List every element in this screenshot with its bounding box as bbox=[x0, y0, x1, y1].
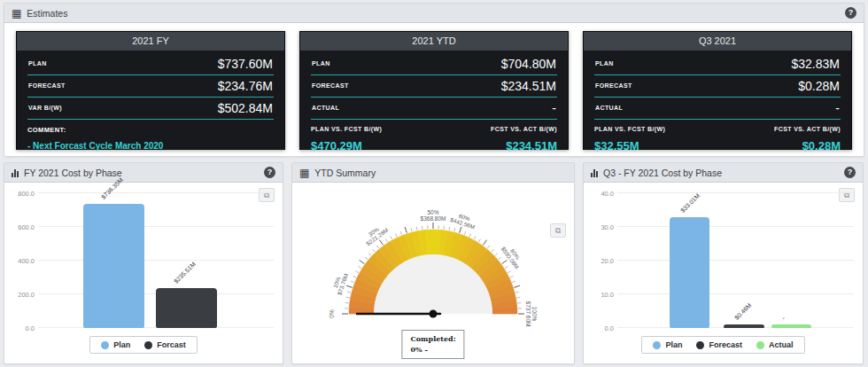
y-tick-label: 30.0 bbox=[601, 223, 614, 231]
y-tick-label: 0.0 bbox=[26, 324, 35, 332]
help-icon[interactable]: ? bbox=[844, 167, 856, 178]
row-forecast: FORECAST $234.76M bbox=[27, 75, 274, 98]
row-label: PLAN bbox=[28, 60, 47, 66]
panel-2021-ytd: 2021 YTD PLAN $704.80M FORECAST $234.51M… bbox=[299, 31, 569, 150]
legend-item-plan[interactable]: Plan bbox=[653, 340, 682, 349]
panel-2021-fy: 2021 FY PLAN $737.60M FORECAST $234.76M … bbox=[16, 31, 285, 150]
row-value: $502.84M bbox=[218, 101, 273, 115]
footer-label: FCST VS. ACT B/(W) bbox=[491, 126, 557, 132]
legend: PlanForcast bbox=[89, 336, 198, 354]
legend-label: Forcast bbox=[157, 340, 186, 349]
bar-chart: 0.0200.0400.0600.0800.0 $736.35M$235.51M bbox=[4, 183, 283, 328]
bar-forecast[interactable] bbox=[724, 324, 763, 328]
chart-header: ▦ YTD Summary bbox=[292, 163, 574, 183]
panel-title: 2021 FY bbox=[17, 32, 284, 51]
y-tick-label: 600.0 bbox=[18, 223, 35, 231]
legend-item-plan[interactable]: Plan bbox=[101, 340, 130, 349]
legend-item-forcast[interactable]: Forcast bbox=[144, 340, 186, 349]
panel-q3-2021: Q3 2021 PLAN $32.83M FORECAST $0.28M ACT… bbox=[583, 31, 852, 150]
plot-area: $736.35M$235.51M bbox=[38, 193, 274, 328]
bar-chart: 0.010.020.030.040.0 $33.01M$0.46M- bbox=[584, 183, 863, 328]
panel-title: Q3 2021 bbox=[584, 32, 851, 51]
legend-item-forecast[interactable]: Forecast bbox=[696, 340, 742, 349]
chart-title: FY 2021 Cost by Phase bbox=[24, 168, 122, 178]
footer-label: PLAN VS. FCST B/(W) bbox=[311, 126, 382, 132]
row-label: FORECAST bbox=[312, 82, 349, 89]
row-plan: PLAN $737.60M bbox=[27, 53, 274, 75]
y-tick-label: 20.0 bbox=[601, 257, 614, 265]
legend-dot-icon bbox=[696, 341, 704, 349]
row-value: $32.83M bbox=[792, 57, 840, 71]
row-value: $234.76M bbox=[218, 79, 273, 93]
chart-header: FY 2021 Cost by Phase ? bbox=[4, 163, 283, 183]
svg-text:0%: 0% bbox=[329, 309, 335, 318]
footer-label: FCST VS. ACT B/(W) bbox=[774, 126, 841, 132]
bar-value-label: $235.51M bbox=[173, 261, 197, 285]
gauge-dial: 0%10%$73.76M30%$221.28M50%$368.80M60%$44… bbox=[300, 191, 566, 326]
plot-area: $33.01M$0.46M- bbox=[617, 193, 854, 328]
row-label: VAR B/(W) bbox=[28, 105, 62, 111]
chart-title: Q3 - FY 2021 Cost by Phase bbox=[603, 168, 722, 178]
y-tick-label: 200.0 bbox=[18, 291, 35, 299]
estimates-panels-row: 2021 FY PLAN $737.60M FORECAST $234.76M … bbox=[4, 23, 864, 158]
gridline bbox=[617, 192, 854, 193]
table-grid-icon: ▦ bbox=[299, 168, 309, 178]
row-label: ACTUAL bbox=[595, 105, 623, 111]
bar-chart-icon bbox=[12, 168, 19, 177]
y-axis: 0.010.020.030.040.0 bbox=[589, 193, 617, 328]
bar-value-label: $0.46M bbox=[733, 302, 752, 321]
row-value: - bbox=[835, 101, 840, 115]
legend-dot-icon bbox=[756, 341, 764, 349]
row-forecast: FORECAST $234.51M bbox=[311, 75, 557, 98]
table-grid-icon: ▦ bbox=[12, 8, 21, 19]
comment-block: COMMENT: - Next Forcast Cycle March 2020 bbox=[27, 126, 274, 151]
y-tick-label: 800.0 bbox=[18, 190, 35, 198]
help-icon[interactable]: ? bbox=[845, 7, 856, 19]
row-value: $234.51M bbox=[501, 79, 556, 93]
row-actual: ACTUAL - bbox=[594, 98, 841, 120]
y-axis: 0.0200.0400.0600.0800.0 bbox=[10, 193, 38, 328]
svg-text:10%$73.76M: 10%$73.76M bbox=[330, 271, 349, 296]
row-label: FORECAST bbox=[28, 82, 66, 89]
legend-label: Actual bbox=[769, 340, 794, 349]
estimates-header: ▦ Estimates ? bbox=[4, 4, 864, 23]
row-value: - bbox=[552, 101, 556, 115]
svg-text:80%$590.08M: 80%$590.08M bbox=[500, 242, 525, 270]
chart-header: Q3 - FY 2021 Cost by Phase ? bbox=[584, 163, 863, 183]
svg-text:100%$737.60M: 100%$737.60M bbox=[525, 301, 538, 326]
footer-value: $234.51M bbox=[506, 139, 557, 152]
fy-cost-by-phase-widget: FY 2021 Cost by Phase ? ⧉ 0.0200.0400.06… bbox=[4, 162, 283, 364]
bar-forcast[interactable] bbox=[156, 288, 217, 328]
legend-label: Forecast bbox=[709, 340, 742, 349]
comment-label: COMMENT: bbox=[27, 126, 274, 134]
gridline bbox=[617, 260, 854, 261]
row-actual: ACTUAL - bbox=[311, 98, 557, 120]
bar-actual[interactable] bbox=[771, 324, 811, 328]
variance-footer: PLAN VS. FCST B/(W) FCST VS. ACT B/(W) $… bbox=[311, 126, 557, 152]
row-var-bw: VAR B/(W) $502.84M bbox=[27, 98, 274, 120]
completed-value: 0% – bbox=[410, 344, 455, 355]
legend-label: Plan bbox=[113, 340, 130, 349]
footer-label: PLAN VS. FCST B/(W) bbox=[594, 126, 665, 132]
footer-value: $32.55M bbox=[594, 139, 639, 152]
gridline bbox=[617, 293, 854, 294]
y-tick-label: 0.0 bbox=[605, 324, 614, 332]
row-plan: PLAN $32.83M bbox=[594, 53, 841, 75]
bar-chart-icon bbox=[591, 168, 598, 177]
ytd-summary-widget: ▦ YTD Summary ⧉ 0%10%$73.76M30%$221.28M5… bbox=[291, 162, 575, 364]
legend-item-actual[interactable]: Actual bbox=[756, 340, 794, 349]
row-label: FORECAST bbox=[595, 82, 632, 89]
variance-footer: PLAN VS. FCST B/(W) FCST VS. ACT B/(W) $… bbox=[594, 126, 841, 152]
bar-plan[interactable] bbox=[83, 204, 144, 328]
gauge-pivot bbox=[430, 310, 438, 318]
chart-title: YTD Summary bbox=[314, 168, 376, 178]
y-tick-label: 10.0 bbox=[601, 291, 614, 299]
comment-text: - Next Forcast Cycle March 2020 bbox=[27, 141, 274, 151]
svg-text:50%$368.80M: 50%$368.80M bbox=[421, 209, 446, 222]
gridline bbox=[38, 226, 274, 227]
bar-plan[interactable] bbox=[670, 217, 709, 328]
row-label: PLAN bbox=[595, 60, 614, 66]
legend-dot-icon bbox=[653, 341, 661, 349]
help-icon[interactable]: ? bbox=[264, 167, 275, 178]
row-label: ACTUAL bbox=[312, 105, 339, 111]
